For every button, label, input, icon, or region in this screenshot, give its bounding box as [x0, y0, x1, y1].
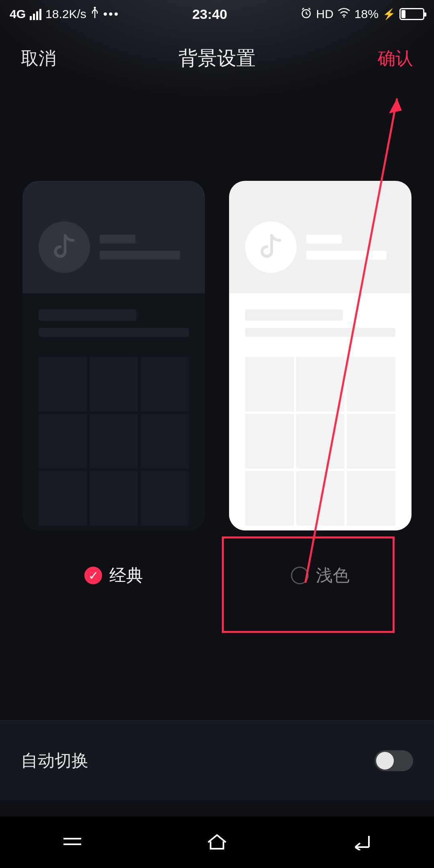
theme-selector: ✓ 经典 浅色	[0, 181, 434, 596]
douyin-icon	[245, 221, 297, 273]
wifi-icon	[338, 7, 350, 21]
navbar: 取消 背景设置 确认	[0, 28, 434, 88]
statusbar: 4G 18.2K/s ••• 23:40 HD 18% ⚡	[0, 0, 434, 28]
cancel-button[interactable]: 取消	[21, 47, 56, 70]
svg-marker-4	[389, 98, 402, 113]
system-nav-bar	[0, 817, 434, 868]
battery-icon	[399, 8, 424, 20]
theme-option-classic[interactable]: ✓ 经典	[23, 181, 205, 596]
network-speed: 18.2K/s	[45, 7, 86, 21]
check-icon: ✓	[84, 567, 102, 584]
recent-apps-button[interactable]	[60, 833, 84, 851]
hd-label: HD	[316, 7, 334, 21]
theme-option-light[interactable]: 浅色	[229, 181, 411, 596]
charging-icon: ⚡	[383, 8, 395, 20]
battery-percent: 18%	[354, 7, 379, 21]
svg-point-0	[94, 7, 96, 9]
network-type: 4G	[10, 7, 26, 21]
svg-point-2	[343, 16, 345, 18]
theme-name-classic: 经典	[109, 564, 143, 587]
auto-switch-label: 自动切换	[21, 749, 88, 772]
alarm-icon	[300, 7, 312, 22]
auto-switch-row: 自动切换	[0, 720, 434, 800]
auto-switch-toggle[interactable]	[375, 750, 413, 771]
usb-icon	[90, 7, 99, 22]
theme-preview-light	[229, 181, 411, 530]
more-icon: •••	[103, 7, 120, 21]
home-button[interactable]	[205, 833, 229, 852]
back-button[interactable]	[350, 833, 374, 852]
signal-icon	[30, 8, 41, 20]
confirm-button[interactable]: 确认	[378, 47, 413, 70]
annotation-highlight-box	[222, 536, 395, 633]
theme-label-classic[interactable]: ✓ 经典	[68, 555, 159, 596]
statusbar-time: 23:40	[192, 6, 227, 22]
page-title: 背景设置	[178, 45, 256, 71]
douyin-icon	[39, 221, 90, 273]
theme-preview-classic	[23, 181, 205, 530]
